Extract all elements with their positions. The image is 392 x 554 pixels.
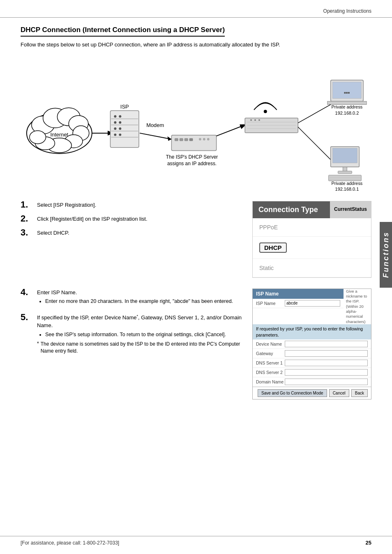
isp-field-dns2: DNS Server 2	[253, 368, 371, 377]
isp-form-left: ISP Name ISP Name	[253, 289, 344, 324]
step-5-asterisk-text: The device name is sometimes said by the…	[41, 341, 244, 355]
svg-point-9	[30, 130, 46, 143]
svg-point-22	[114, 133, 116, 136]
step-4-text: Enter ISP Name.	[37, 289, 233, 297]
step-5-text: If specified by the ISP, enter Device Na…	[37, 314, 244, 330]
svg-rect-28	[180, 138, 183, 141]
isp-field-device-name: Device Name	[253, 339, 371, 349]
svg-marker-25	[167, 136, 171, 141]
svg-point-39	[250, 119, 252, 121]
isp-name-row: ISP Name	[253, 299, 344, 308]
conn-option-static[interactable]: Static	[253, 259, 371, 277]
device-name-label: Device Name	[256, 342, 285, 346]
step-3-text: Select DHCP.	[37, 229, 69, 237]
step-2-text: Click [Register/Edit] on the ISP registr…	[37, 215, 148, 223]
dns1-input[interactable]	[285, 360, 368, 366]
svg-line-24	[140, 133, 171, 139]
svg-line-34	[217, 125, 245, 136]
step-4: 4. Enter ISP Name. Enter no more than 20…	[21, 289, 244, 307]
step-3-number: 3.	[21, 228, 37, 237]
step-2: 2. Click [Register/Edit] on the ISP regi…	[21, 215, 244, 223]
isp-label: ISP	[120, 104, 129, 110]
svg-rect-26	[171, 135, 216, 150]
dhcp-button[interactable]: DHCP	[259, 242, 287, 253]
cancel-button[interactable]: Cancel	[329, 389, 349, 397]
steps-layout: 1. Select [ISP Registration]. 2. Click […	[21, 201, 371, 284]
conn-type-box: Connection Type Current Status PPPoE DHC…	[252, 201, 371, 278]
main-content: DHCP Connection (Internet Connection usi…	[0, 26, 392, 399]
svg-point-18	[114, 121, 116, 124]
pppoe-label: PPPoE	[259, 224, 278, 231]
intro-text: Follow the steps below to set up DHCP co…	[21, 41, 371, 49]
step-4-bullet-1: Enter no more than 20 characters. In the…	[45, 298, 233, 305]
isp-form-footer: Save and Go to Connection Mode Cancel Ba…	[253, 387, 371, 399]
side-tab: Functions	[380, 222, 392, 288]
dns2-input[interactable]	[285, 369, 368, 376]
step-5-number: 5.	[21, 313, 37, 322]
svg-rect-29	[184, 138, 188, 141]
svg-point-42	[264, 110, 267, 113]
svg-rect-52	[338, 171, 352, 173]
conn-option-dhcp[interactable]: DHCP	[253, 237, 371, 259]
step-4-content: Enter ISP Name. Enter no more than 20 ch…	[37, 289, 233, 307]
conn-options: PPPoE DHCP Static	[253, 218, 371, 277]
internet-label: Internet	[50, 131, 68, 137]
conn-option-pppoe[interactable]: PPPoE	[253, 218, 371, 237]
step-1-text: Select [ISP Registration].	[37, 201, 96, 209]
svg-point-32	[203, 138, 205, 140]
step-5-content: If specified by the ISP, enter Device Na…	[37, 314, 244, 355]
connection-type-panel: Connection Type Current Status PPPoE DHC…	[252, 201, 371, 284]
domain-input[interactable]	[285, 379, 368, 385]
isp-name-label: ISP Name	[256, 301, 285, 306]
dns1-label: DNS Server 1	[256, 360, 285, 365]
svg-line-47	[298, 104, 330, 123]
modem-label: Modem	[146, 122, 164, 128]
device-name-input[interactable]	[285, 341, 368, 347]
step-5-bullets: See the ISP's setup information. To retu…	[45, 331, 244, 339]
conn-type-title: Connection Type	[253, 201, 330, 218]
page-header: Operating Instructions	[0, 8, 392, 18]
isp-form-box: ISP Name ISP Name Give a nickname to the…	[252, 289, 371, 400]
svg-point-40	[254, 119, 256, 121]
steps-lower: 4. Enter ISP Name. Enter no more than 20…	[21, 289, 371, 400]
dns2-label: DNS Server 2	[256, 370, 285, 375]
side-tab-label: Functions	[382, 232, 390, 278]
svg-point-41	[258, 119, 260, 121]
svg-rect-50	[333, 148, 357, 163]
svg-line-48	[298, 127, 330, 159]
svg-rect-53	[329, 175, 361, 181]
private-addr-1-value: 192.168.0.2	[335, 111, 359, 115]
footer-assistance: [For assistance, please call: 1-800-272-…	[21, 540, 119, 546]
private-addr-1-label: Private address	[332, 104, 363, 109]
diagram-area: Internet ISP	[21, 57, 371, 197]
svg-point-17	[119, 115, 121, 118]
step-3: 3. Select DHCP.	[21, 229, 244, 237]
svg-rect-44	[327, 101, 367, 104]
svg-text:■■■: ■■■	[344, 90, 350, 94]
gateway-label: Gateway	[256, 351, 285, 356]
header-text: Operating Instructions	[323, 8, 371, 14]
svg-point-19	[119, 121, 121, 124]
current-status-line2: Status	[352, 206, 367, 213]
conn-type-header: Connection Type Current Status	[253, 201, 371, 218]
back-button[interactable]: Back	[351, 389, 368, 397]
isp-form-panel: ISP Name ISP Name Give a nickname to the…	[252, 289, 371, 400]
isp-section-note: If requested by your ISP, you need to en…	[253, 324, 371, 339]
step-4-number: 4.	[21, 288, 37, 297]
svg-point-21	[119, 127, 121, 129]
section-title: DHCP Connection (Internet Connection usi…	[21, 26, 225, 37]
svg-point-20	[114, 127, 116, 129]
svg-rect-27	[175, 138, 178, 141]
step-5: 5. If specified by the ISP, enter Device…	[21, 314, 244, 355]
gateway-input[interactable]	[285, 350, 368, 357]
svg-point-16	[114, 115, 116, 118]
current-status: Current Status	[330, 201, 371, 218]
step-1-number: 1.	[21, 200, 37, 209]
page: Operating Instructions DHCP Connection (…	[0, 0, 392, 554]
save-connection-button[interactable]: Save and Go to Connection Mode	[258, 389, 327, 397]
footer-page-number: 25	[366, 540, 371, 546]
svg-rect-30	[189, 138, 193, 141]
isp-form-note: Give a nickname to the ISP. (Within 20 a…	[344, 289, 371, 324]
isp-name-input[interactable]	[285, 300, 340, 307]
isp-field-domain: Domain Name	[253, 377, 371, 387]
